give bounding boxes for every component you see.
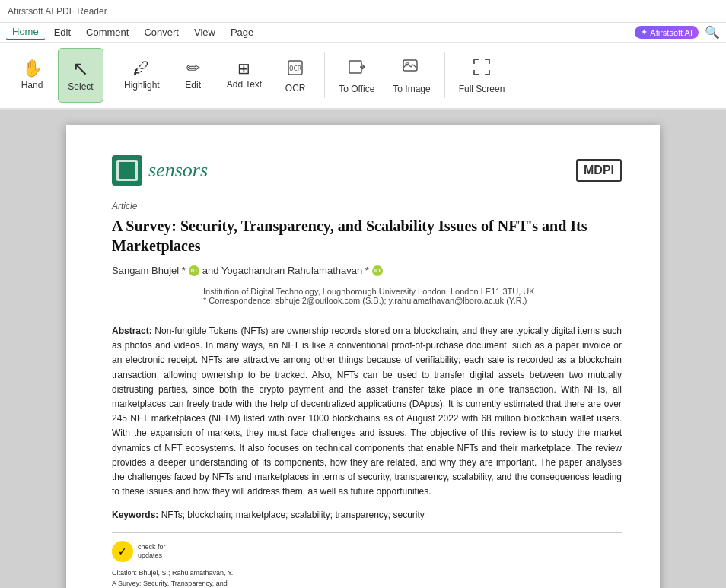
- bottom-left: ✓ check for updates Citation: Bhujel, S.…: [112, 541, 234, 588]
- keywords-values: NFTs; blockchain; marketplace; scalabili…: [161, 510, 425, 520]
- menu-edit[interactable]: Edit: [48, 25, 77, 40]
- ocr-tool-button[interactable]: OCR OCR: [272, 48, 318, 103]
- menu-page[interactable]: Page: [224, 25, 260, 40]
- to-office-label: To Office: [339, 84, 374, 94]
- orcid-icon-2: iD: [372, 265, 383, 276]
- section-divider: [112, 316, 622, 316]
- orcid-icon-1: iD: [189, 265, 199, 276]
- separator-1: [110, 52, 110, 98]
- to-image-icon: [401, 56, 422, 81]
- journal-header: sensors MDPI: [112, 155, 622, 186]
- toolbar: ✋ Hand ↖ Select 🖊 Highlight ✏ Edit ⊞ Add…: [0, 43, 726, 110]
- hand-label: Hand: [21, 80, 43, 91]
- sensors-logo: sensors: [112, 155, 208, 186]
- ai-label: Afirstsoft AI: [650, 28, 693, 37]
- article-type: Article: [112, 201, 622, 211]
- title-bar: Afirstsoft AI PDF Reader: [0, 0, 726, 23]
- menu-comment[interactable]: Comment: [80, 25, 135, 40]
- sensors-chip-icon: [112, 155, 142, 186]
- keywords-label: Keywords:: [112, 510, 158, 520]
- author-names: Sangam Bhujel *: [112, 265, 186, 276]
- full-screen-label: Full Screen: [459, 84, 505, 94]
- to-image-tool-button[interactable]: To Image: [385, 48, 438, 103]
- menu-bar: Home Edit Comment Convert View Page ✦ Af…: [0, 23, 726, 43]
- svg-text:OCR: OCR: [289, 65, 302, 72]
- to-image-label: To Image: [393, 84, 430, 94]
- main-content-area: sensors MDPI Article A Survey: Security,…: [0, 110, 726, 588]
- svg-rect-2: [349, 61, 361, 73]
- check-updates-text: check for updates: [138, 543, 166, 561]
- authors: Sangam Bhujel * iD and Yogachandran Rahu…: [112, 265, 622, 276]
- abstract-body: Non-fungible Tokens (NFTs) are ownership…: [112, 326, 622, 497]
- select-icon: ↖: [72, 59, 89, 78]
- ocr-label: OCR: [285, 83, 306, 94]
- menu-convert[interactable]: Convert: [138, 25, 185, 40]
- highlight-tool-button[interactable]: 🖊 Highlight: [116, 48, 167, 103]
- edit-label: Edit: [185, 80, 201, 91]
- highlight-icon: 🖊: [133, 60, 150, 77]
- separator-3: [444, 52, 445, 98]
- select-label: Select: [68, 81, 93, 92]
- journal-name: sensors: [148, 159, 208, 182]
- check-badge-icon: ✓: [112, 541, 133, 562]
- abstract-label: Abstract:: [112, 326, 152, 336]
- app-title: Afirstsoft AI PDF Reader: [8, 6, 107, 17]
- highlight-label: Highlight: [124, 80, 160, 91]
- pdf-page: sensors MDPI Article A Survey: Security,…: [66, 125, 660, 588]
- full-screen-tool-button[interactable]: Full Screen: [451, 48, 513, 103]
- author-conjunction: and Yogachandran Rahulamathavan *: [202, 265, 369, 276]
- bottom-section: ✓ check for updates Citation: Bhujel, S.…: [112, 541, 622, 588]
- affiliation-line2: * Correspondence: sbhujel2@outlook.com (…: [203, 296, 622, 305]
- citation-text: Citation: Bhujel, S.; Rahulamathavan, Y.…: [112, 568, 234, 588]
- mdpi-logo: MDPI: [576, 159, 622, 182]
- edit-tool-button[interactable]: ✏ Edit: [170, 48, 216, 103]
- search-icon[interactable]: 🔍: [705, 25, 720, 40]
- add-text-tool-button[interactable]: ⊞ Add Text: [219, 48, 269, 103]
- affiliation-block: Institution of Digital Technology, Lough…: [112, 287, 622, 305]
- select-tool-button[interactable]: ↖ Select: [58, 48, 103, 103]
- full-screen-icon: [471, 56, 492, 81]
- article-title: A Survey: Security, Transparency, and Sc…: [112, 216, 622, 256]
- to-office-icon: [346, 56, 368, 81]
- ai-badge[interactable]: ✦ Afirstsoft AI: [635, 26, 699, 39]
- bottom-divider: [112, 532, 622, 533]
- affiliation-line1: Institution of Digital Technology, Lough…: [203, 287, 622, 296]
- menu-right: ✦ Afirstsoft AI 🔍: [635, 25, 720, 40]
- keywords: Keywords: NFTs; blockchain; marketplace;…: [112, 510, 622, 520]
- add-text-label: Add Text: [227, 79, 262, 90]
- abstract: Abstract: Non-fungible Tokens (NFTs) are…: [112, 324, 622, 499]
- hand-tool-button[interactable]: ✋ Hand: [9, 48, 55, 103]
- hand-icon: ✋: [22, 60, 43, 77]
- ocr-icon: OCR: [285, 58, 305, 80]
- separator-2: [324, 52, 325, 98]
- edit-icon: ✏: [186, 60, 200, 77]
- to-office-tool-button[interactable]: To Office: [331, 48, 382, 103]
- menu-home[interactable]: Home: [6, 24, 45, 40]
- menu-view[interactable]: View: [188, 25, 221, 40]
- add-text-icon: ⊞: [237, 61, 250, 76]
- ai-star-icon: ✦: [641, 27, 648, 37]
- check-for-updates: ✓ check for updates: [112, 541, 234, 562]
